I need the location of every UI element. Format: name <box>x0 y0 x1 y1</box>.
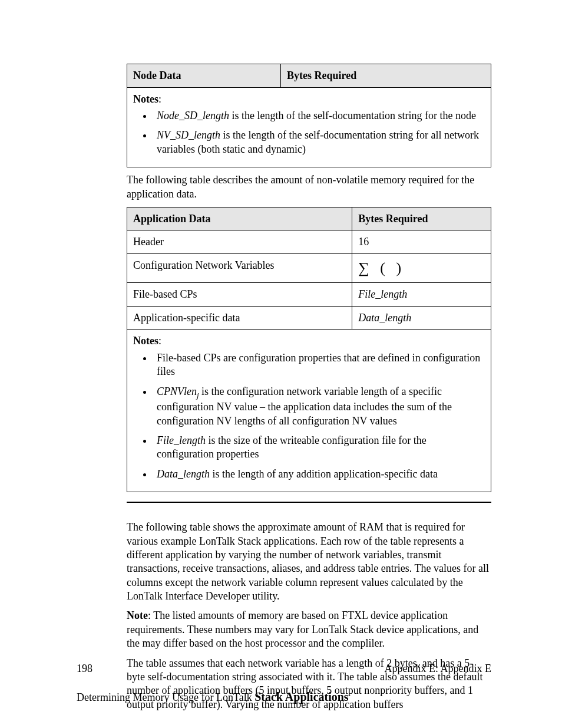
section-divider <box>127 502 491 503</box>
col-bytes-required: Bytes Required <box>352 207 491 230</box>
term-file-length: File_length <box>157 434 206 446</box>
colon: : <box>158 93 161 105</box>
notes-cell: Notes: Node_SD_length is the length of t… <box>127 87 491 167</box>
running-title: Determining Memory Usage for LonTalk Sta… <box>77 690 349 704</box>
table-row: File-based CPs File_length <box>127 283 491 307</box>
notes-label: Notes <box>133 335 158 347</box>
cell-file-cps-value: File_length <box>352 283 491 307</box>
table-row: Application-specific data Data_length <box>127 306 491 330</box>
notes-row: Notes: File-based CPs are configuration … <box>127 330 491 492</box>
n2-rest: is the configuration network variable le… <box>157 386 452 427</box>
body-para-1: The following table shows the approximat… <box>127 521 491 603</box>
list-item: Data_length is the length of any additio… <box>153 467 485 481</box>
cell-header-value: 16 <box>352 230 491 254</box>
list-item: File_length is the size of the writeable… <box>153 434 485 462</box>
running-title-strong: Stack Applications <box>254 690 348 703</box>
term-data-length: Data_length <box>157 468 210 480</box>
list-item: CPNVlenj is the configuration network va… <box>153 385 485 428</box>
note1-rest: is the length of the self-documentation … <box>229 110 476 121</box>
cell-file-cps-label: File-based CPs <box>127 283 352 307</box>
cell-appdata-label: Application-specific data <box>127 306 352 330</box>
table-header-row: Node Data Bytes Required <box>127 64 491 88</box>
list-item: NV_SD_length is the length of the self-d… <box>153 129 485 156</box>
running-title-prefix: Determining Memory Usage for LonTalk <box>77 691 254 703</box>
page: Node Data Bytes Required Notes: Node_SD_… <box>0 0 562 728</box>
cell-header-label: Header <box>127 230 352 254</box>
note-bold: Note <box>127 610 148 621</box>
body-para-2: Note: The listed amounts of memory are b… <box>127 609 491 650</box>
list-item: File-based CPs are configuration propert… <box>153 351 485 379</box>
table-header-row: Application Data Bytes Required <box>127 207 491 230</box>
notes-row: Notes: Node_SD_length is the length of t… <box>127 87 491 167</box>
appendix-label: Appendix E: Appendix E <box>385 662 491 676</box>
notes-cell: Notes: File-based CPs are configuration … <box>127 330 491 492</box>
application-data-table: Application Data Bytes Required Header 1… <box>127 207 491 492</box>
list-item: Node_SD_length is the length of the self… <box>153 109 485 123</box>
colon: : <box>158 335 161 347</box>
n4-rest: is the length of any addition applicatio… <box>210 468 438 480</box>
col-application-data: Application Data <box>127 207 352 230</box>
node-data-table: Node Data Bytes Required Notes: Node_SD_… <box>127 64 491 167</box>
term-cpnvlen: CPNVlen <box>157 386 197 397</box>
cell-cnv-value: ∑ ( ) <box>352 253 491 283</box>
table-row: Header 16 <box>127 230 491 254</box>
p2-rest: : The listed amounts of memory are based… <box>127 610 478 649</box>
term-node-sd-length: Node_SD_length <box>157 110 229 121</box>
intro-para-2: The following table describes the amount… <box>127 173 491 201</box>
notes-list: Node_SD_length is the length of the self… <box>153 109 485 156</box>
table-row: Configuration Network Variables ∑ ( ) <box>127 253 491 283</box>
col-node-data: Node Data <box>127 64 281 88</box>
notes-label: Notes <box>133 93 158 105</box>
cell-cnv-label: Configuration Network Variables <box>127 253 352 283</box>
notes-list: File-based CPs are configuration propert… <box>153 351 485 481</box>
page-footer: 198 Appendix E: Appendix E <box>0 662 562 676</box>
col-bytes-required: Bytes Required <box>281 64 491 88</box>
page-number: 198 <box>77 662 92 676</box>
term-nv-sd-length: NV_SD_length <box>157 129 220 141</box>
cell-appdata-value: Data_length <box>352 306 491 330</box>
